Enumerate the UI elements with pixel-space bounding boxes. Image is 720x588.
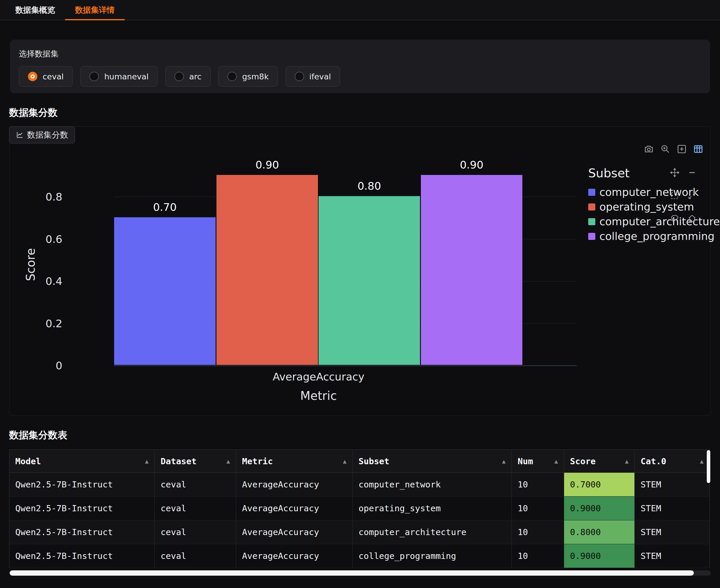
x-axis-title: Metric bbox=[114, 389, 523, 402]
bar-value-label: 0.90 bbox=[255, 159, 279, 171]
line-chart-icon bbox=[16, 131, 23, 139]
table-row: Qwen2.5-7B-Instruct ceval AverageAccurac… bbox=[9, 520, 710, 544]
pan-icon[interactable] bbox=[670, 168, 679, 177]
radio-label: ceval bbox=[43, 72, 64, 81]
tab-dataset-overview[interactable]: 数据集概览 bbox=[5, 0, 65, 20]
bar bbox=[114, 217, 215, 365]
chart-modebar bbox=[643, 144, 703, 154]
legend-item-computer-architecture[interactable]: computer_architecture bbox=[588, 215, 720, 228]
radio-option-gsm8k[interactable]: gsm8k bbox=[218, 66, 277, 87]
col-header-score[interactable]: Score▲ bbox=[564, 450, 635, 473]
autoscale-icon[interactable] bbox=[687, 191, 697, 200]
table-view-icon-active[interactable] bbox=[693, 144, 703, 154]
vertical-scrollbar-thumb[interactable] bbox=[707, 450, 710, 483]
bar-value-label: 0.90 bbox=[460, 159, 483, 171]
table-row: Qwen2.5-7B-Instruct ceval AverageAccurac… bbox=[9, 544, 710, 568]
col-header-dataset[interactable]: Dataset▲ bbox=[155, 450, 236, 473]
y-axis-title: Score bbox=[24, 248, 37, 281]
bar-value-label: 0.80 bbox=[357, 180, 381, 192]
y-tick: 0.2 bbox=[18, 317, 62, 330]
score-cell: 0.7000 bbox=[564, 473, 635, 497]
col-header-subset[interactable]: Subset▲ bbox=[353, 450, 512, 473]
tab-bar: 数据集概览 数据集详情 bbox=[0, 0, 720, 20]
radio-option-arc[interactable]: arc bbox=[165, 66, 211, 87]
radio-option-ceval[interactable]: ceval bbox=[19, 66, 73, 87]
horizontal-scrollbar-thumb[interactable] bbox=[10, 570, 694, 576]
sort-asc-icon: ▲ bbox=[226, 458, 230, 465]
bar bbox=[318, 196, 420, 365]
sort-asc-icon: ▲ bbox=[145, 458, 148, 465]
radio-selected-icon bbox=[28, 72, 37, 81]
radio-option-humaneval[interactable]: humaneval bbox=[80, 66, 158, 87]
bar-operating-system: 0.90 bbox=[217, 159, 318, 365]
col-header-metric[interactable]: Metric▲ bbox=[236, 450, 353, 473]
col-header-num[interactable]: Num▲ bbox=[512, 450, 564, 473]
bar bbox=[217, 175, 318, 365]
chart-legend: Subset computer_network operating_system… bbox=[588, 166, 720, 245]
legend-swatch bbox=[588, 233, 595, 240]
camera-download-icon[interactable] bbox=[643, 144, 654, 154]
dataset-selector-panel: 选择数据集 ceval humaneval arc gsm8k ifeval bbox=[10, 40, 710, 93]
sort-asc-icon: ▲ bbox=[554, 458, 558, 465]
sort-asc-icon: ▲ bbox=[700, 458, 703, 465]
legend-swatch bbox=[588, 218, 595, 225]
table-row: Qwen2.5-7B-Instruct ceval AverageAccurac… bbox=[9, 497, 710, 520]
radio-label: ifeval bbox=[309, 72, 331, 81]
table-header-row: Model▲ Dataset▲ Metric▲ Subset▲ Num▲ Sco… bbox=[9, 450, 710, 473]
col-header-cat0[interactable]: Cat.0▲ bbox=[635, 450, 710, 473]
zoom-icon[interactable] bbox=[660, 144, 671, 154]
bar-computer-network: 0.70 bbox=[114, 201, 215, 365]
zoom-out-icon[interactable] bbox=[687, 168, 697, 177]
sort-asc-icon: ▲ bbox=[502, 458, 506, 465]
score-cell: 0.9000 bbox=[564, 544, 635, 568]
sort-asc-icon: ▲ bbox=[625, 458, 629, 465]
dataset-radio-group: ceval humaneval arc gsm8k ifeval bbox=[19, 66, 701, 87]
bar-college-programming: 0.90 bbox=[421, 159, 522, 365]
zoom-in-icon[interactable] bbox=[677, 144, 687, 154]
radio-unselected-icon bbox=[295, 72, 304, 81]
legend-swatch bbox=[588, 189, 595, 196]
score-cell: 0.9000 bbox=[564, 497, 635, 520]
x-axis-line bbox=[114, 365, 577, 366]
table-row: Qwen2.5-7B-Instruct ceval AverageAccurac… bbox=[9, 473, 710, 497]
chart-toggle-label: 数据集分数 bbox=[27, 129, 68, 141]
tab-dataset-details[interactable]: 数据集详情 bbox=[65, 0, 125, 20]
radio-unselected-icon bbox=[174, 72, 184, 81]
horizontal-scrollbar-track[interactable] bbox=[9, 570, 711, 576]
legend-item-operating-system[interactable]: operating_system bbox=[588, 201, 720, 213]
legend-item-computer-network[interactable]: computer_network bbox=[588, 186, 720, 198]
radio-label: arc bbox=[189, 72, 202, 81]
radio-unselected-icon bbox=[227, 72, 237, 81]
radio-unselected-icon bbox=[89, 72, 99, 81]
legend-item-college-programming[interactable]: college_programming bbox=[588, 230, 720, 242]
legend-swatch bbox=[588, 204, 595, 210]
dataset-score-table: Model▲ Dataset▲ Metric▲ Subset▲ Num▲ Sco… bbox=[9, 449, 711, 568]
bar bbox=[421, 175, 522, 365]
radio-label: humaneval bbox=[104, 72, 148, 81]
bar-computer-architecture: 0.80 bbox=[318, 180, 420, 365]
box-select-icon[interactable] bbox=[670, 191, 679, 200]
dataset-selector-title: 选择数据集 bbox=[19, 48, 701, 59]
x-tick-average-accuracy: AverageAccuracy bbox=[114, 371, 523, 383]
sort-asc-icon: ▲ bbox=[343, 458, 347, 465]
y-tick: 0 bbox=[18, 360, 62, 372]
y-tick: 0.8 bbox=[18, 191, 62, 203]
lasso-select-icon[interactable] bbox=[670, 214, 679, 223]
reset-home-icon[interactable] bbox=[687, 214, 697, 223]
table-section-title: 数据集分数表 bbox=[9, 429, 720, 442]
radio-option-ifeval[interactable]: ifeval bbox=[286, 66, 340, 87]
chart-toggle-chip[interactable]: 数据集分数 bbox=[9, 126, 75, 144]
radio-label: gsm8k bbox=[242, 72, 269, 81]
col-header-model[interactable]: Model▲ bbox=[9, 450, 155, 473]
legend-title: Subset bbox=[588, 166, 720, 180]
bar-value-label: 0.70 bbox=[153, 201, 177, 213]
y-tick: 0.6 bbox=[18, 233, 62, 245]
chart-section-title: 数据集分数 bbox=[9, 106, 720, 119]
score-cell: 0.8000 bbox=[564, 520, 635, 544]
dataset-score-chart: 数据集分数 bbox=[9, 126, 711, 416]
